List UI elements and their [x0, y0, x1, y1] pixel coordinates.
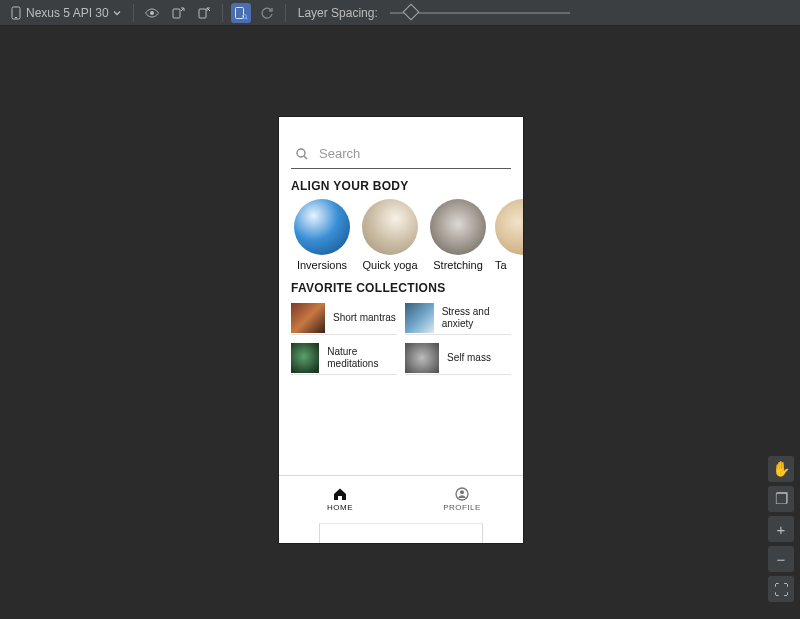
section-title-favorites: FAVORITE COLLECTIONS — [291, 281, 511, 295]
favorite-card[interactable]: Stress and anxiety — [405, 301, 511, 335]
device-selector[interactable]: Nexus 5 API 30 — [6, 4, 125, 22]
nav-profile-label: PROFILE — [443, 503, 481, 512]
device-frame: Search ALIGN YOUR BODY Inversions Quick … — [279, 117, 523, 543]
search-input[interactable]: Search — [291, 139, 511, 169]
profile-icon — [455, 487, 469, 501]
favorite-label: Stress and anxiety — [442, 306, 511, 329]
eye-icon[interactable] — [142, 3, 162, 23]
favorite-thumb — [291, 343, 319, 373]
svg-point-7 — [297, 149, 305, 157]
align-avatar — [362, 199, 418, 255]
align-item[interactable]: Inversions — [291, 199, 353, 271]
export-tree-icon[interactable] — [168, 3, 188, 23]
slider-thumb[interactable] — [403, 3, 420, 20]
favorite-card[interactable]: Nature meditations — [291, 341, 397, 375]
align-body-row[interactable]: Inversions Quick yoga Stretching Ta — [279, 199, 523, 271]
pan-tool-icon[interactable]: ✋ — [768, 456, 794, 482]
svg-point-9 — [460, 490, 464, 494]
layout-inspector-mode-icon[interactable] — [231, 3, 251, 23]
svg-rect-4 — [199, 9, 206, 18]
refresh-icon[interactable] — [257, 3, 277, 23]
canvas-tools: ✋ ❐ + − ⛶ — [768, 456, 794, 602]
layer-spacing-label: Layer Spacing: — [298, 6, 378, 20]
align-label: Quick yoga — [359, 259, 421, 271]
align-avatar — [430, 199, 486, 255]
chevron-down-icon — [113, 9, 121, 17]
phone-icon — [10, 6, 22, 20]
favorite-thumb — [291, 303, 325, 333]
favorites-grid: Short mantras Stress and anxiety Nature … — [279, 301, 523, 375]
favorite-thumb — [405, 303, 434, 333]
section-title-align: ALIGN YOUR BODY — [291, 179, 511, 193]
inspector-canvas[interactable]: Search ALIGN YOUR BODY Inversions Quick … — [0, 26, 800, 619]
favorite-label: Self mass — [447, 352, 491, 364]
fullscreen-icon[interactable]: ⛶ — [768, 576, 794, 602]
align-item[interactable]: Ta — [495, 199, 523, 271]
zoom-in-icon[interactable]: + — [768, 516, 794, 542]
zoom-out-icon[interactable]: − — [768, 546, 794, 572]
layer-spacing-slider[interactable] — [390, 3, 570, 23]
favorite-label: Nature meditations — [327, 346, 397, 369]
align-label: Ta — [495, 259, 523, 271]
favorite-label: Short mantras — [333, 312, 396, 324]
nav-home-label: HOME — [327, 503, 353, 512]
search-icon — [295, 147, 309, 161]
svg-rect-1 — [15, 17, 17, 18]
align-item[interactable]: Stretching — [427, 199, 489, 271]
favorite-thumb — [405, 343, 439, 373]
align-item[interactable]: Quick yoga — [359, 199, 421, 271]
layers-tool-icon[interactable]: ❐ — [768, 486, 794, 512]
align-avatar — [294, 199, 350, 255]
search-placeholder: Search — [319, 146, 360, 161]
separator — [133, 4, 134, 22]
favorite-card[interactable]: Self mass — [405, 341, 511, 375]
svg-rect-3 — [173, 9, 180, 18]
nav-home[interactable]: HOME — [279, 476, 401, 523]
separator — [222, 4, 223, 22]
bottom-nav: HOME PROFILE — [279, 475, 523, 523]
align-label: Stretching — [427, 259, 489, 271]
import-tree-icon[interactable] — [194, 3, 214, 23]
nav-layer-offset — [319, 523, 483, 543]
app-screen: Search ALIGN YOUR BODY Inversions Quick … — [279, 127, 523, 513]
favorite-card[interactable]: Short mantras — [291, 301, 397, 335]
align-avatar — [495, 199, 523, 255]
separator — [285, 4, 286, 22]
ide-toolbar: Nexus 5 API 30 Layer Spacing: — [0, 0, 800, 26]
align-label: Inversions — [291, 259, 353, 271]
device-name: Nexus 5 API 30 — [26, 6, 109, 20]
home-icon — [332, 487, 348, 501]
nav-profile[interactable]: PROFILE — [401, 476, 523, 523]
svg-point-2 — [150, 11, 154, 15]
